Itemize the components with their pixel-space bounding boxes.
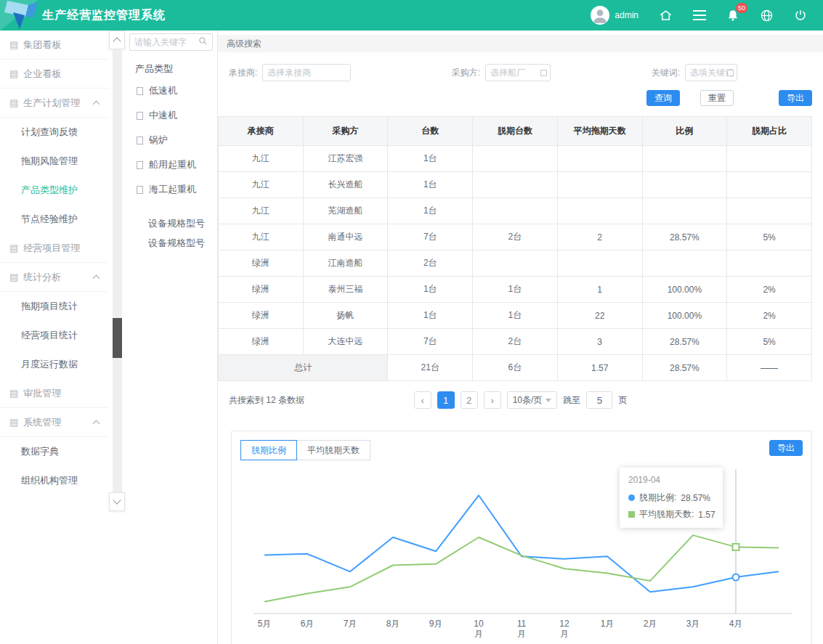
sidebar-item[interactable]: 组织机构管理: [0, 466, 109, 495]
x-axis-label: 5月: [258, 619, 272, 629]
scroll-up-button[interactable]: [109, 30, 125, 49]
table-cell: 22: [557, 303, 642, 329]
app-body: ▤集团看板▤企业看板▤生产计划管理计划查询反馈拖期风险管理产品类型维护节点经验维…: [0, 30, 823, 644]
product-item[interactable]: 设备规格型号: [129, 233, 213, 253]
table-cell: ——: [727, 355, 812, 381]
product-item[interactable]: 设备规格型号: [129, 213, 213, 233]
tab-delay-ratio[interactable]: 脱期比例: [240, 440, 297, 460]
table-cell: 绿洲: [219, 277, 304, 303]
table-cell: 28.57%: [642, 355, 727, 381]
table-cell: 江南造船: [303, 250, 388, 277]
sidebar-item[interactable]: ▤集团看板: [0, 30, 109, 60]
table-cell: [727, 250, 812, 277]
product-item[interactable]: 锅炉: [129, 128, 213, 152]
header-actions: admin 50: [591, 6, 823, 25]
sidebar-item[interactable]: ▤经营项目管理: [0, 234, 109, 263]
sidebar-item[interactable]: 拖期项目统计: [0, 292, 109, 321]
table-cell: 1: [557, 277, 642, 303]
menu-grid-icon: ▤: [9, 97, 18, 108]
sidebar-item[interactable]: 拖期风险管理: [0, 147, 109, 176]
table-cell: 21台: [388, 355, 473, 381]
page-button[interactable]: 2: [461, 391, 478, 409]
product-panel-title: 产品类型: [135, 62, 213, 76]
table-row: 九江长兴造船1台: [219, 172, 812, 198]
bell-icon[interactable]: 50: [726, 8, 739, 23]
document-icon: [137, 186, 143, 194]
table-cell: 6台: [473, 355, 558, 381]
table-cell: 绿洲: [219, 303, 304, 329]
sidebar-item[interactable]: 计划查询反馈: [0, 118, 109, 147]
sidebar: ▤集团看板▤企业看板▤生产计划管理计划查询反馈拖期风险管理产品类型维护节点经验维…: [0, 30, 109, 644]
table-header-row: 承接商采购方台数脱期台数平均拖期天数比例脱期占比: [219, 117, 812, 146]
table-cell: 2台: [388, 250, 473, 277]
scroll-track[interactable]: [113, 49, 122, 492]
scroll-down-button[interactable]: [109, 492, 125, 511]
contractor-filter-input[interactable]: [262, 64, 351, 81]
table-cell: 1台: [388, 198, 473, 224]
product-search-input[interactable]: [134, 37, 198, 47]
filter-label: 采购方:: [452, 67, 480, 79]
product-item[interactable]: 低速机: [129, 78, 213, 103]
sidebar-item[interactable]: 产品类型维护: [0, 176, 109, 205]
sidebar-item[interactable]: ▤系统管理: [0, 408, 109, 437]
table-row: 九江芜湖造船1台: [219, 198, 812, 224]
advanced-search-bar[interactable]: 高级搜索: [218, 35, 823, 52]
sidebar-item[interactable]: 数据字典: [0, 437, 109, 466]
hamburger-menu-icon[interactable]: [693, 9, 706, 21]
x-axis-label: 7月: [344, 619, 357, 629]
export-button[interactable]: 导出: [779, 90, 812, 106]
total-label: 总计: [219, 355, 388, 381]
sidebar-item[interactable]: ▤统计分析: [0, 263, 109, 292]
next-page-button[interactable]: ›: [484, 391, 501, 409]
table-cell: 7台: [388, 224, 473, 250]
product-item[interactable]: 中速机: [129, 103, 213, 128]
logo-icon: [4, 0, 38, 34]
sidebar-item[interactable]: ▤生产计划管理: [0, 89, 109, 118]
jump-page-input[interactable]: [586, 391, 612, 409]
chart-area[interactable]: 5月6月7月8月9月10月11月12月1月2月3月4月 2019-04 脱期比例…: [240, 465, 803, 644]
sidebar-item[interactable]: 月度运行数据: [0, 350, 109, 379]
sidebar-item[interactable]: 经营项目统计: [0, 321, 109, 350]
sidebar-item-label: 拖期项目统计: [21, 300, 78, 313]
page-size-select[interactable]: 10条/页: [507, 391, 558, 409]
power-icon[interactable]: [794, 9, 807, 22]
reset-button[interactable]: 重置: [700, 90, 734, 106]
table-cell: [727, 198, 812, 224]
sidebar-item-label: 经营项目管理: [23, 242, 80, 255]
user-menu[interactable]: admin: [591, 6, 638, 25]
page-buttons: 12: [437, 391, 478, 409]
table-cell: 5%: [727, 224, 812, 250]
suffix-square-icon: [540, 70, 547, 76]
tooltip-title: 2019-04: [628, 475, 714, 485]
page-button[interactable]: 1: [437, 391, 455, 409]
pagination-controls: ‹ 12 › 10条/页 跳至 页: [414, 391, 628, 409]
home-icon[interactable]: [659, 9, 673, 23]
sidebar-menu: ▤集团看板▤企业看板▤生产计划管理计划查询反馈拖期风险管理产品类型维护节点经验维…: [0, 30, 109, 495]
table-cell: 1台: [473, 277, 558, 303]
tooltip-item-label: 平均脱期天数:: [639, 508, 694, 521]
tab-avg-delay-days[interactable]: 平均脱期天数: [296, 440, 370, 460]
product-item-label: 船用起重机: [149, 158, 196, 171]
sidebar-item[interactable]: 节点经验维护: [0, 205, 109, 234]
product-item-label: 中速机: [149, 109, 177, 122]
results-table: 承接商采购方台数脱期台数平均拖期天数比例脱期占比 九江江苏宏强1台九江长兴造船1…: [218, 116, 812, 381]
caret-down-icon: [546, 399, 551, 402]
product-item[interactable]: 船用起重机: [129, 152, 213, 177]
table-header-cell: 承接商: [219, 117, 304, 146]
table-cell: 南通中远: [303, 224, 388, 250]
x-axis-label: 6月: [301, 619, 315, 629]
sidebar-item[interactable]: ▤审批管理: [0, 379, 109, 408]
avatar: [591, 6, 609, 25]
product-item[interactable]: 海工起重机: [129, 177, 213, 202]
scroll-thumb[interactable]: [113, 318, 122, 358]
total-row: 总计21台6台1.5728.57%——: [219, 355, 812, 381]
globe-icon[interactable]: [760, 9, 774, 23]
query-button[interactable]: 查询: [646, 90, 680, 106]
search-icon[interactable]: [198, 36, 208, 48]
chart-export-button[interactable]: 导出: [769, 440, 803, 456]
sidebar-item[interactable]: ▤企业看板: [0, 60, 109, 89]
page-size-value: 10条/页: [513, 394, 543, 407]
prev-page-button[interactable]: ‹: [414, 391, 431, 409]
table-row: 九江江苏宏强1台: [219, 146, 812, 172]
table-cell: [557, 146, 642, 172]
